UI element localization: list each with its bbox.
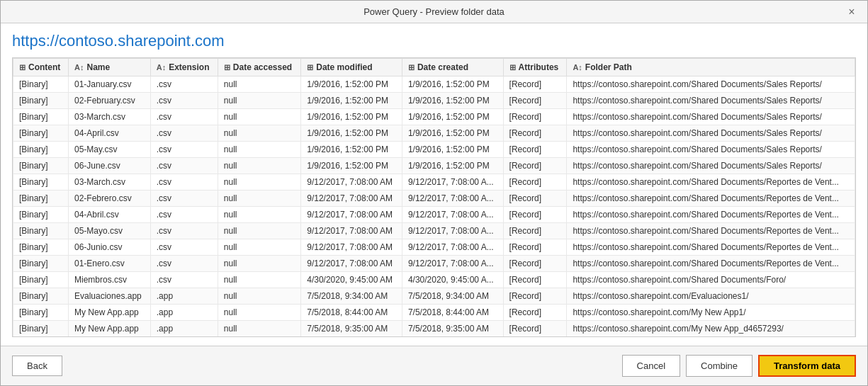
table-cell: 9/12/2017, 7:08:00 A... xyxy=(402,191,503,207)
table-row[interactable]: [Binary]05-May.csv.csvnull1/9/2016, 1:52… xyxy=(13,142,855,158)
table-cell: 1/9/2016, 1:52:00 PM xyxy=(301,93,402,109)
data-table-wrapper[interactable]: ⊞ContentA↕NameA↕Extension⊞Date accessed⊞… xyxy=(12,57,856,337)
table-row[interactable]: [Binary]02-Febrero.csv.csvnull9/12/2017,… xyxy=(13,191,855,207)
table-cell: https://contoso.sharepoint.com/Shared Do… xyxy=(567,76,855,93)
table-row[interactable]: [Binary]My New App.app.appnull7/5/2018, … xyxy=(13,305,855,321)
table-cell: https://contoso.sharepoint.com/Shared Do… xyxy=(567,125,855,142)
cancel-button[interactable]: Cancel xyxy=(622,355,680,377)
footer-right: Cancel Combine Transform data xyxy=(622,355,856,377)
table-cell: [Binary] xyxy=(13,125,69,142)
table-cell: 9/12/2017, 7:08:00 AM xyxy=(301,174,402,191)
table-cell: 9/12/2017, 7:08:00 AM xyxy=(301,239,402,256)
table-cell: 1/9/2016, 1:52:00 PM xyxy=(402,93,503,109)
table-row[interactable]: [Binary]03-March.csv.csvnull1/9/2016, 1:… xyxy=(13,109,855,125)
table-cell: 1/9/2016, 1:52:00 PM xyxy=(301,142,402,158)
table-cell: null xyxy=(218,239,300,256)
table-cell: My New App.app xyxy=(69,305,151,321)
table-cell: null xyxy=(218,174,300,191)
col-header-date-modified: ⊞Date modified xyxy=(301,59,402,76)
table-cell: .csv xyxy=(150,76,218,93)
col-icon: A↕ xyxy=(157,63,166,72)
table-cell: 1/9/2016, 1:52:00 PM xyxy=(301,76,402,93)
table-cell: [Binary] xyxy=(13,142,69,158)
table-cell: https://contoso.sharepoint.com/Shared Do… xyxy=(567,174,855,191)
table-cell: [Binary] xyxy=(13,93,69,109)
table-cell: 02-February.csv xyxy=(69,93,151,109)
table-cell: 4/30/2020, 9:45:00 A... xyxy=(402,272,503,288)
table-row[interactable]: [Binary]My New App.app.appnull7/5/2018, … xyxy=(13,321,855,337)
table-row[interactable]: [Binary]03-March.csv.csvnull9/12/2017, 7… xyxy=(13,174,855,191)
col-icon: ⊞ xyxy=(224,63,230,72)
footer-left: Back xyxy=(12,356,62,376)
table-cell: null xyxy=(218,207,300,223)
table-row[interactable]: [Binary]06-June.csv.csvnull1/9/2016, 1:5… xyxy=(13,158,855,174)
title-bar: Power Query - Preview folder data × xyxy=(1,1,867,23)
table-cell: .csv xyxy=(150,207,218,223)
table-cell: Evaluaciones.app xyxy=(69,288,151,305)
table-cell: 1/9/2016, 1:52:00 PM xyxy=(402,109,503,125)
table-row[interactable]: [Binary]06-Junio.csv.csvnull9/12/2017, 7… xyxy=(13,239,855,256)
table-cell: https://contoso.sharepoint.com/Shared Do… xyxy=(567,109,855,125)
table-cell: 1/9/2016, 1:52:00 PM xyxy=(301,125,402,142)
table-cell: [Binary] xyxy=(13,256,69,272)
table-cell: 1/9/2016, 1:52:00 PM xyxy=(402,76,503,93)
table-cell: [Record] xyxy=(503,142,567,158)
table-row[interactable]: [Binary]01-January.csv.csvnull1/9/2016, … xyxy=(13,76,855,93)
table-cell: [Binary] xyxy=(13,207,69,223)
table-cell: [Record] xyxy=(503,272,567,288)
table-cell: null xyxy=(218,93,300,109)
table-cell: 9/12/2017, 7:08:00 A... xyxy=(402,239,503,256)
table-row[interactable]: [Binary]02-February.csv.csvnull1/9/2016,… xyxy=(13,93,855,109)
table-cell: 04-Abril.csv xyxy=(69,207,151,223)
table-cell: [Record] xyxy=(503,125,567,142)
table-cell: .app xyxy=(150,288,218,305)
table-cell: null xyxy=(218,191,300,207)
table-cell: null xyxy=(218,223,300,239)
close-button[interactable]: × xyxy=(845,5,859,19)
table-cell: .csv xyxy=(150,239,218,256)
window-title: Power Query - Preview folder data xyxy=(23,6,845,17)
table-row[interactable]: [Binary]Miembros.csv.csvnull4/30/2020, 9… xyxy=(13,272,855,288)
table-row[interactable]: [Binary]Evaluaciones.app.appnull7/5/2018… xyxy=(13,288,855,305)
table-row[interactable]: [Binary]01-Enero.csv.csvnull9/12/2017, 7… xyxy=(13,256,855,272)
table-cell: https://contoso.sharepoint.com/Shared Do… xyxy=(567,223,855,239)
table-cell: 9/12/2017, 7:08:00 A... xyxy=(402,174,503,191)
table-cell: https://contoso.sharepoint.com/Shared Do… xyxy=(567,191,855,207)
transform-data-button[interactable]: Transform data xyxy=(758,355,856,377)
back-button[interactable]: Back xyxy=(12,356,62,376)
table-cell: 9/12/2017, 7:08:00 AM xyxy=(301,223,402,239)
table-row[interactable]: [Binary]05-Mayo.csv.csvnull9/12/2017, 7:… xyxy=(13,223,855,239)
table-cell: null xyxy=(218,142,300,158)
table-cell: .csv xyxy=(150,191,218,207)
table-row[interactable]: [Binary]04-Abril.csv.csvnull9/12/2017, 7… xyxy=(13,207,855,223)
table-cell: [Record] xyxy=(503,109,567,125)
table-cell: 05-Mayo.csv xyxy=(69,223,151,239)
table-cell: 1/9/2016, 1:52:00 PM xyxy=(301,109,402,125)
table-cell: My New App.app xyxy=(69,321,151,337)
table-cell: https://contoso.sharepoint.com/My New Ap… xyxy=(567,321,855,337)
table-cell: [Binary] xyxy=(13,239,69,256)
table-cell: 7/5/2018, 9:34:00 AM xyxy=(301,288,402,305)
col-header-date-created: ⊞Date created xyxy=(402,59,503,76)
col-icon: ⊞ xyxy=(509,63,516,72)
table-cell: [Record] xyxy=(503,321,567,337)
table-cell: 7/5/2018, 9:35:00 AM xyxy=(402,321,503,337)
table-cell: .csv xyxy=(150,93,218,109)
table-cell: https://contoso.sharepoint.com/Evaluacio… xyxy=(567,288,855,305)
table-cell: 1/9/2016, 1:52:00 PM xyxy=(402,142,503,158)
table-cell: null xyxy=(218,272,300,288)
table-cell: 05-May.csv xyxy=(69,142,151,158)
table-cell: 7/5/2018, 8:44:00 AM xyxy=(301,305,402,321)
col-header-date-accessed: ⊞Date accessed xyxy=(218,59,300,76)
col-header-folder-path: A↕Folder Path xyxy=(567,59,855,76)
table-cell: 9/12/2017, 7:08:00 AM xyxy=(301,207,402,223)
table-cell: [Binary] xyxy=(13,158,69,174)
combine-button[interactable]: Combine xyxy=(686,355,753,377)
table-cell: 06-June.csv xyxy=(69,158,151,174)
table-row[interactable]: [Binary]04-April.csv.csvnull1/9/2016, 1:… xyxy=(13,125,855,142)
table-cell: [Record] xyxy=(503,191,567,207)
table-cell: https://contoso.sharepoint.com/Shared Do… xyxy=(567,272,855,288)
table-cell: null xyxy=(218,305,300,321)
table-cell: [Record] xyxy=(503,76,567,93)
table-cell: [Record] xyxy=(503,174,567,191)
